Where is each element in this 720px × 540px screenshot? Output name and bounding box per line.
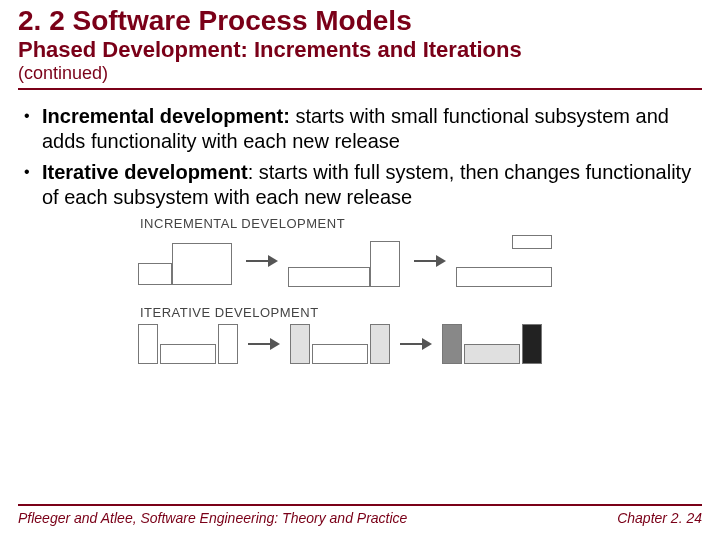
arrow-icon: [414, 254, 448, 268]
slide-continued: (continued): [18, 63, 702, 84]
bullet-text: Iterative development: starts with full …: [42, 160, 702, 210]
bullet-dot-icon: •: [24, 160, 42, 210]
title-divider: [18, 88, 702, 90]
iterative-row: [138, 324, 578, 364]
footer: Pfleeger and Atlee, Software Engineering…: [18, 504, 702, 526]
arrow-icon: [400, 337, 434, 351]
incremental-row: [138, 235, 578, 287]
bullet-term: Iterative development: [42, 161, 248, 183]
list-item: • Incremental development: starts with s…: [24, 104, 702, 154]
iterative-stage-2: [290, 324, 392, 364]
arrow-icon: [246, 254, 280, 268]
figure-label-iterative: ITERATIVE DEVELOPMENT: [140, 305, 578, 320]
slide: 2. 2 Software Process Models Phased Deve…: [0, 0, 720, 540]
incremental-stage-3: [456, 235, 556, 287]
footer-divider: [18, 504, 702, 506]
incremental-stage-2: [288, 235, 406, 287]
arrow-icon: [248, 337, 282, 351]
footer-right: Chapter 2. 24: [617, 510, 702, 526]
bullet-term: Incremental development:: [42, 105, 290, 127]
bullet-text: Incremental development: starts with sma…: [42, 104, 702, 154]
footer-left: Pfleeger and Atlee, Software Engineering…: [18, 510, 407, 526]
slide-title: 2. 2 Software Process Models: [18, 6, 702, 35]
bullet-dot-icon: •: [24, 104, 42, 154]
list-item: • Iterative development: starts with ful…: [24, 160, 702, 210]
figure-label-incremental: INCREMENTAL DEVELOPMENT: [140, 216, 578, 231]
incremental-stage-1: [138, 237, 238, 285]
iterative-stage-1: [138, 324, 240, 364]
slide-subtitle: Phased Development: Increments and Itera…: [18, 37, 702, 63]
iterative-stage-3: [442, 324, 544, 364]
figure: INCREMENTAL DEVELOPMENT ITERATIVE DEVELO…: [138, 216, 578, 364]
bullet-list: • Incremental development: starts with s…: [18, 104, 702, 210]
